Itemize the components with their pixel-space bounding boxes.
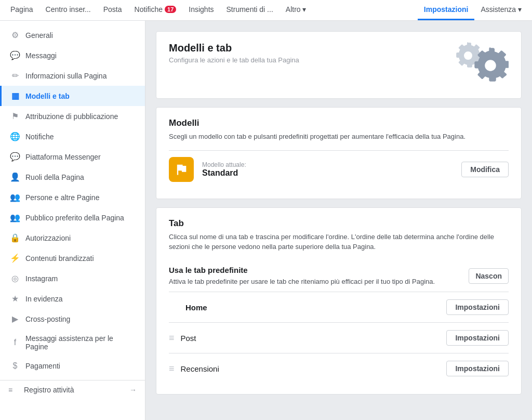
model-row: Modello attuale: Standard Modifica — [169, 150, 509, 188]
tab-settings-button-recensioni[interactable]: Impostazioni — [446, 361, 509, 376]
tab-row-recensioni: ≡RecensioniImpostazioni — [169, 353, 509, 384]
sidebar-item-modelli[interactable]: ▦Modelli e tab — [0, 86, 145, 106]
nav-item-pagina[interactable]: Pagina — [4, 0, 39, 20]
sidebar-item-label-persone: Persone e altre Pagine — [25, 193, 99, 202]
sidebar-item-generali[interactable]: ⚙Generali — [0, 25, 145, 45]
sidebar-item-label-notifiche: Notifiche — [25, 133, 54, 141]
sidebar-item-autorizzazioni[interactable]: 🔒Autorizzazioni — [0, 228, 145, 248]
top-nav: PaginaCentro inser...PostaNotifiche17Ins… — [0, 0, 532, 21]
sidebar-item-informazioni[interactable]: ✏Informazioni sulla Pagina — [0, 65, 145, 86]
sidebar-item-label-crossposting: Cross-posting — [25, 315, 70, 323]
sidebar-item-assistenza_msg[interactable]: fMessaggi assistenza per le Pagine — [0, 329, 145, 356]
modify-model-button[interactable]: Modifica — [461, 162, 509, 177]
sidebar-item-attribuzione[interactable]: ⚑Attribuzione di pubblicazione — [0, 106, 145, 126]
sidebar-item-evidenza[interactable]: ★In evidenza — [0, 288, 145, 309]
tab-title: Tab — [169, 218, 509, 229]
nav-item-centro[interactable]: Centro inser... — [39, 0, 97, 20]
nav-left: PaginaCentro inser...PostaNotifiche17Ins… — [4, 0, 312, 20]
sidebar-item-label-modelli: Modelli e tab — [25, 92, 70, 100]
instagram-icon: ◎ — [10, 273, 20, 283]
pubblico-icon: 👥 — [10, 213, 20, 222]
nav-item-strumenti[interactable]: Strumenti di ... — [220, 0, 280, 20]
contenuti-icon: ⚡ — [10, 253, 20, 263]
registro-icon: ≡ — [8, 386, 19, 394]
usa-desc: Attiva le tab predefinite per usare le t… — [169, 277, 460, 287]
sidebar-item-label-contenuti: Contenuti brandizzati — [25, 254, 94, 262]
header-text: Modelli e tab Configura le azioni e le t… — [169, 42, 299, 64]
model-current-label: Modello attuale: — [202, 161, 461, 168]
sidebar: ⚙Generali💬Messaggi✏Informazioni sulla Pa… — [0, 21, 145, 420]
modelli-desc: Scegli un modello con tab e pulsanti pre… — [169, 132, 509, 142]
usa-left: Usa le tab predefinite Attiva le tab pre… — [169, 266, 460, 287]
generali-icon: ⚙ — [10, 30, 20, 40]
tab-settings-button-home[interactable]: Impostazioni — [446, 299, 509, 315]
drag-handle-post[interactable]: ≡ — [169, 333, 175, 344]
autorizzazioni-icon: 🔒 — [10, 233, 20, 243]
nav-item-assistenza[interactable]: Assistenza ▾ — [474, 0, 528, 20]
sidebar-item-contenuti[interactable]: ⚡Contenuti brandizzati — [0, 248, 145, 268]
pagamenti-icon: $ — [10, 361, 20, 371]
sidebar-item-label-messenger: Piattaforma Messenger — [25, 153, 101, 161]
modelli-card: Modelli Scegli un modello con tab e puls… — [156, 107, 522, 199]
messenger-icon: 💬 — [10, 152, 20, 162]
ruoli-icon: 👤 — [10, 172, 20, 182]
gear-decoration — [457, 42, 509, 84]
tab-label-recensioni[interactable]: Recensioni — [181, 364, 447, 373]
tab-label-home: Home — [185, 303, 446, 312]
usa-title: Usa le tab predefinite — [169, 266, 460, 274]
tab-desc: Clicca sul nome di una tab e trascina pe… — [169, 232, 509, 252]
crossposting-icon: ▶ — [10, 314, 20, 324]
assistenza_msg-icon: f — [10, 338, 20, 347]
sidebar-footer-item[interactable]: ≡ Registro attività → — [0, 380, 145, 399]
nav-item-posta[interactable]: Posta — [97, 0, 128, 20]
nav-item-impostazioni[interactable]: Impostazioni — [418, 0, 475, 20]
sidebar-item-label-informazioni: Informazioni sulla Pagina — [25, 72, 107, 80]
nascondi-button[interactable]: Nascon — [469, 268, 509, 284]
notif-badge: 17 — [165, 6, 176, 13]
big-gear-icon — [472, 47, 509, 84]
tab-row-post: ≡PostImpostazioni — [169, 322, 509, 353]
sidebar-item-pagamenti[interactable]: $Pagamenti — [0, 356, 145, 376]
sidebar-item-label-messaggi: Messaggi — [25, 51, 57, 60]
sidebar-item-label-pagamenti: Pagamenti — [25, 362, 60, 370]
persone-icon: 👥 — [10, 192, 20, 202]
page-subtitle: Configura le azioni e le tab della tua P… — [169, 56, 299, 64]
main-content: Modelli e tab Configura le azioni e le t… — [145, 21, 532, 420]
modelli-title: Modelli — [169, 118, 509, 128]
attribuzione-icon: ⚑ — [10, 111, 20, 121]
drag-handle-recensioni[interactable]: ≡ — [169, 363, 175, 374]
tab-settings-button-post[interactable]: Impostazioni — [446, 330, 509, 346]
sidebar-item-notifiche[interactable]: 🌐Notifiche — [0, 126, 145, 147]
sidebar-item-messenger[interactable]: 💬Piattaforma Messenger — [0, 147, 145, 167]
sidebar-item-instagram[interactable]: ◎Instagram — [0, 268, 145, 288]
sidebar-items-container: ⚙Generali💬Messaggi✏Informazioni sulla Pa… — [0, 25, 145, 376]
sidebar-item-label-assistenza_msg: Messaggi assistenza per le Pagine — [25, 334, 137, 351]
sidebar-item-label-ruoli: Ruoli della Pagina — [25, 173, 84, 181]
tab-rows-container: HomeImpostazioni≡PostImpostazioni≡Recens… — [169, 292, 509, 384]
nav-item-altro[interactable]: Altro ▾ — [280, 0, 313, 20]
usa-le-tab-row: Usa le tab predefinite Attiva le tab pre… — [169, 260, 509, 292]
evidenza-icon: ★ — [10, 294, 20, 304]
nav-item-insights[interactable]: Insights — [182, 0, 220, 20]
sidebar-item-label-autorizzazioni: Autorizzazioni — [25, 234, 71, 242]
sidebar-item-crossposting[interactable]: ▶Cross-posting — [0, 309, 145, 329]
tab-label-post[interactable]: Post — [181, 334, 447, 343]
sidebar-footer-label: Registro attività — [24, 386, 74, 394]
messaggi-icon: 💬 — [10, 50, 20, 60]
flag-icon — [174, 162, 189, 177]
page-layout: ⚙Generali💬Messaggi✏Informazioni sulla Pa… — [0, 21, 532, 420]
model-current-name: Standard — [202, 168, 461, 178]
content-header: Modelli e tab Configura le azioni e le t… — [169, 42, 509, 84]
sidebar-item-label-evidenza: In evidenza — [25, 295, 63, 303]
notifiche-icon: 🌐 — [10, 132, 20, 141]
sidebar-item-label-attribuzione: Attribuzione di pubblicazione — [25, 112, 118, 121]
sidebar-item-messaggi[interactable]: 💬Messaggi — [0, 45, 145, 65]
sidebar-item-persone[interactable]: 👥Persone e altre Pagine — [0, 187, 145, 207]
nav-item-notifiche[interactable]: Notifiche17 — [128, 0, 183, 20]
sidebar-item-pubblico[interactable]: 👥Pubblico preferito della Pagina — [0, 207, 145, 228]
model-icon — [169, 157, 194, 182]
sidebar-item-ruoli[interactable]: 👤Ruoli della Pagina — [0, 167, 145, 187]
informazioni-icon: ✏ — [10, 71, 20, 81]
sidebar-footer-arrow: → — [129, 386, 137, 394]
sidebar-item-label-pubblico: Pubblico preferito della Pagina — [25, 214, 124, 222]
